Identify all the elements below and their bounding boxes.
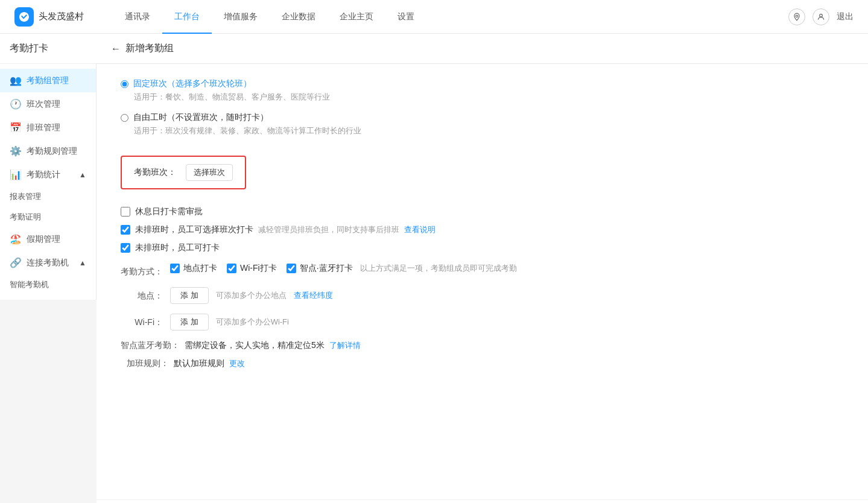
nav-vip[interactable]: 增值服务 [212,0,270,34]
bluetooth-label: 智点蓝牙考勤： [121,340,180,351]
unscheduled1-hint: 减轻管理员排班负担，同时支持事后排班 [258,224,399,235]
method-hint: 以上方式满足一项，考勤组成员即可完成考勤 [360,263,517,274]
svg-point-1 [820,14,823,17]
radio-section-fixed: 固定班次（选择多个班次轮班） 适用于：餐饮、制造、物流贸易、客户服务、医院等行业 [121,78,844,103]
sidebar-item-stats[interactable]: 📊 考勤统计 ▲ [0,163,96,186]
sidebar-item-machine[interactable]: 🔗 连接考勤机 ▲ [0,251,96,274]
sidebar-item-proof[interactable]: 考勤证明 [0,207,96,227]
select-shift-button[interactable]: 选择班次 [186,164,233,181]
sidebar-item-scheduling[interactable]: 📅 排班管理 [0,116,96,139]
method-bluetooth-label: 智点·蓝牙打卡 [300,263,353,274]
top-nav: 头发茂盛村 通讯录 工作台 增值服务 企业数据 企业主页 设置 退出 [0,0,868,34]
method-wifi-label: Wi-Fi打卡 [240,263,277,274]
attendance-method-row: 考勤方式： 地点打卡 Wi-Fi打卡 智点·蓝牙打卡 [121,263,844,277]
radio-section-free: 自由工时（不设置班次，随时打卡） 适用于：班次没有规律、装修、家政、物流等计算工… [121,112,844,136]
sidebar-stats-label: 考勤统计 [27,169,60,180]
overtime-link[interactable]: 更改 [229,358,245,369]
sidebar-shift-mgmt-label: 班次管理 [27,99,60,110]
sidebar-smart-machine-label: 智能考勤机 [10,280,49,289]
sidebar: 考勤打卡 👥 考勤组管理 🕐 班次管理 📅 排班管理 ⚙️ 考勤规则管理 📊 考… [0,34,97,503]
method-bluetooth: 智点·蓝牙打卡 [287,263,353,274]
unscheduled1-checkbox[interactable] [121,225,130,235]
logo-icon [14,7,34,27]
form-area: 固定班次（选择多个班次轮班） 适用于：餐饮、制造、物流贸易、客户服务、医院等行业… [97,64,868,499]
radio-free-label: 自由工时（不设置班次，随时打卡） [133,112,268,123]
radio-free-sub: 适用于：班次没有规律、装修、家政、物流等计算工作时长的行业 [134,125,844,136]
method-location-label: 地点打卡 [183,263,217,274]
sidebar-nav: 👥 考勤组管理 🕐 班次管理 📅 排班管理 ⚙️ 考勤规则管理 📊 考勤统计 ▲ [0,64,97,300]
method-wifi-checkbox[interactable] [227,264,236,273]
method-location-checkbox[interactable] [170,264,180,273]
sidebar-item-smart-machine[interactable]: 智能考勤机 [0,274,96,295]
back-button[interactable]: ← [111,43,121,54]
location-content: 添 加 可添加多个办公地点 查看经纬度 [170,287,333,304]
sidebar-report-label: 报表管理 [10,192,41,201]
radio-row-fixed: 固定班次（选择多个班次轮班） [121,78,844,89]
location-label: 地点： [121,287,163,302]
logo-area: 头发茂盛村 [14,7,84,27]
holiday-approval-checkbox[interactable] [121,207,130,217]
attendance-group-icon: 👥 [10,75,22,86]
page-title-bar: 考勤打卡 [0,34,97,64]
sidebar-rules-label: 考勤规则管理 [27,146,77,157]
company-name: 头发茂盛村 [39,11,84,22]
radio-fixed-label: 固定班次（选择多个班次轮班） [133,78,252,89]
sidebar-proof-label: 考勤证明 [10,212,41,221]
radio-fixed-shift[interactable] [121,80,128,88]
overtime-text: 默认加班规则 [174,358,224,369]
svg-point-0 [796,15,798,17]
sidebar-item-attendance-group[interactable]: 👥 考勤组管理 [0,69,96,92]
bluetooth-link[interactable]: 了解详情 [329,340,361,351]
unscheduled1-link[interactable]: 查看说明 [404,224,436,235]
footer: 🛡️ 国内首家通过 ISO27001:2013 信息安全认证 帮助中心 | 钉钉… [97,499,868,503]
bluetooth-row: 智点蓝牙考勤： 需绑定设备，实人实地，精准定位5米 了解详情 [121,340,844,351]
overtime-row: 加班规则： 默认加班规则 更改 [121,358,844,369]
shift-selection-box: 考勤班次： 选择班次 [121,156,246,189]
bluetooth-text: 需绑定设备，实人实地，精准定位5米 [185,340,325,351]
location-hint: 可添加多个办公地点 [216,290,287,301]
logout-btn[interactable]: 退出 [837,11,854,22]
leave-icon: 🏖️ [10,233,22,245]
location-add-button[interactable]: 添 加 [170,287,209,304]
wifi-content: 添 加 可添加多个办公Wi-Fi [170,314,289,331]
sidebar-item-leave[interactable]: 🏖️ 假期管理 [0,227,96,251]
sidebar-page-title: 考勤打卡 [10,43,48,53]
radio-fixed-sub: 适用于：餐饮、制造、物流贸易、客户服务、医院等行业 [134,92,844,103]
sidebar-attendance-group-label: 考勤组管理 [27,75,69,86]
sidebar-item-rules[interactable]: ⚙️ 考勤规则管理 [0,139,96,163]
unscheduled2-row: 未排班时，员工可打卡 [121,242,844,253]
unscheduled2-label: 未排班时，员工可打卡 [135,242,220,253]
method-bluetooth-checkbox[interactable] [287,264,296,273]
sidebar-machine-label: 连接考勤机 [27,258,69,268]
shift-mgmt-icon: 🕐 [10,98,22,110]
nav-data[interactable]: 企业数据 [270,0,328,34]
main-content: ← 新增考勤组 固定班次（选择多个班次轮班） 适用于：餐饮、制造、物流贸易、客户… [97,34,868,503]
shift-box-label: 考勤班次： [134,167,176,178]
method-wifi: Wi-Fi打卡 [227,263,277,274]
sidebar-item-report[interactable]: 报表管理 [0,186,96,207]
nav-homepage[interactable]: 企业主页 [328,0,385,34]
location-icon[interactable] [788,8,805,25]
sidebar-leave-label: 假期管理 [27,234,60,245]
location-link[interactable]: 查看经纬度 [294,290,333,301]
unscheduled1-row: 未排班时，员工可选择班次打卡 减轻管理员排班负担，同时支持事后排班 查看说明 [121,224,844,235]
radio-free-shift[interactable] [121,114,128,122]
page-wrapper: 考勤打卡 👥 考勤组管理 🕐 班次管理 📅 排班管理 ⚙️ 考勤规则管理 📊 考… [0,34,868,503]
sidebar-item-shift-mgmt[interactable]: 🕐 班次管理 [0,92,96,116]
machine-icon: 🔗 [10,257,22,268]
nav-settings[interactable]: 设置 [385,0,426,34]
holiday-approval-row: 休息日打卡需审批 [121,206,844,217]
user-circle-icon[interactable] [813,8,829,25]
wifi-row: Wi-Fi： 添 加 可添加多个办公Wi-Fi [121,314,844,331]
nav-items: 通讯录 工作台 增值服务 企业数据 企业主页 设置 [113,0,788,34]
method-checkboxes: 地点打卡 Wi-Fi打卡 智点·蓝牙打卡 [170,263,353,274]
top-right-icons: 退出 [788,8,854,25]
nav-contacts[interactable]: 通讯录 [113,0,162,34]
location-row: 地点： 添 加 可添加多个办公地点 查看经纬度 [121,287,844,304]
nav-workbench[interactable]: 工作台 [162,0,212,34]
wifi-label: Wi-Fi： [121,314,163,328]
unscheduled2-checkbox[interactable] [121,243,130,253]
wifi-add-button[interactable]: 添 加 [170,314,209,331]
content-header: ← 新增考勤组 [97,34,868,64]
page-heading: 新增考勤组 [125,42,174,55]
